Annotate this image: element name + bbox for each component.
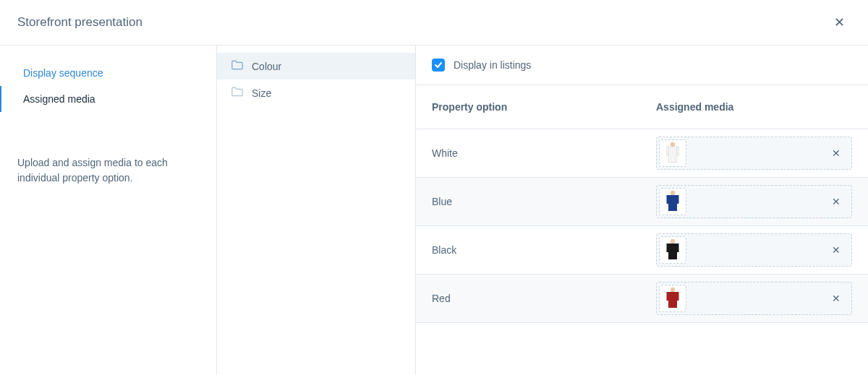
display-in-listings-label: Display in listings (454, 59, 531, 71)
close-icon: ✕ (832, 244, 841, 256)
svg-rect-10 (667, 292, 669, 301)
media-thumbnail (659, 188, 686, 215)
svg-rect-7 (667, 243, 669, 252)
remove-media-button[interactable]: ✕ (823, 147, 849, 159)
svg-rect-8 (677, 243, 679, 252)
main-panel: Display in listings Property option Assi… (416, 46, 868, 375)
close-icon: ✕ (832, 196, 841, 207)
modal-header: Storefront presentation ✕ (0, 0, 868, 46)
close-icon: ✕ (834, 15, 845, 30)
folder-icon (231, 87, 243, 99)
svg-rect-2 (677, 147, 679, 155)
svg-point-9 (671, 288, 675, 292)
shirt-icon (664, 189, 681, 214)
svg-rect-4 (667, 195, 669, 204)
media-thumbnail (659, 139, 686, 167)
remove-media-button[interactable]: ✕ (823, 293, 849, 304)
nav-display-sequence[interactable]: Display sequence (0, 60, 216, 86)
remove-media-button[interactable]: ✕ (823, 244, 849, 256)
option-label: Blue (432, 196, 656, 207)
modal-title: Storefront presentation (17, 15, 142, 30)
option-row-white: White ✕ (416, 129, 868, 178)
svg-rect-5 (677, 195, 679, 204)
modal-body: Display sequence Assigned media Upload a… (0, 46, 868, 375)
table-header: Property option Assigned media (416, 85, 868, 129)
property-colour[interactable]: Colour (217, 53, 415, 79)
display-in-listings-checkbox[interactable] (432, 59, 445, 72)
option-row-black: Black ✕ (416, 226, 868, 275)
svg-point-0 (671, 142, 675, 147)
remove-media-button[interactable]: ✕ (823, 196, 849, 207)
display-in-listings-row: Display in listings (416, 46, 868, 85)
media-slot[interactable]: ✕ (656, 233, 852, 267)
shirt-icon (664, 141, 681, 165)
option-label: Red (432, 293, 656, 304)
col-header-property-option: Property option (432, 101, 656, 113)
media-slot[interactable]: ✕ (656, 282, 852, 315)
property-list: Colour Size (217, 46, 416, 375)
option-row-blue: Blue ✕ (416, 178, 868, 226)
media-slot[interactable]: ✕ (656, 137, 852, 170)
media-thumbnail (659, 285, 686, 312)
property-size[interactable]: Size (217, 79, 415, 106)
property-label: Size (252, 87, 271, 99)
media-thumbnail (659, 236, 686, 264)
svg-rect-11 (677, 292, 679, 301)
option-label: White (432, 147, 656, 159)
close-button[interactable]: ✕ (828, 12, 851, 33)
close-icon: ✕ (832, 293, 841, 304)
svg-point-3 (671, 191, 675, 195)
media-slot[interactable]: ✕ (656, 185, 852, 218)
nav-assigned-media[interactable]: Assigned media (0, 86, 216, 112)
folder-icon (231, 60, 243, 72)
property-label: Colour (252, 61, 281, 72)
option-label: Black (432, 244, 656, 256)
sidebar-description: Upload and assign media to each individu… (0, 155, 216, 186)
shirt-icon (664, 238, 681, 262)
check-icon (434, 61, 443, 69)
option-row-red: Red ✕ (416, 275, 868, 323)
shirt-icon (664, 286, 681, 311)
svg-rect-1 (667, 147, 669, 155)
nav-label: Display sequence (23, 67, 103, 79)
nav-label: Assigned media (23, 93, 95, 105)
sidebar: Display sequence Assigned media Upload a… (0, 46, 217, 375)
col-header-assigned-media: Assigned media (656, 101, 852, 113)
close-icon: ✕ (832, 147, 841, 159)
svg-point-6 (671, 239, 675, 243)
